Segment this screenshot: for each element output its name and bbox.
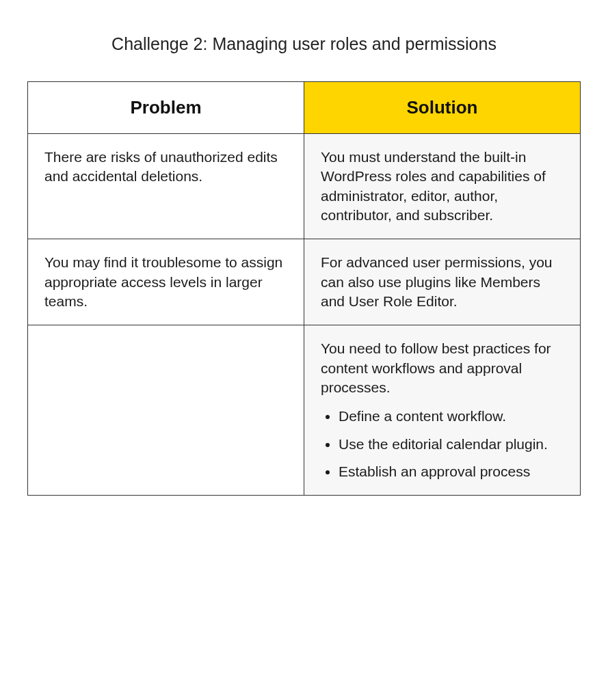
solution-intro: You need to follow best practices for co… (321, 339, 564, 397)
problem-cell: There are risks of unauthorized edits an… (28, 134, 304, 239)
solution-cell: You must understand the built-in WordPre… (304, 134, 581, 239)
list-item: Define a content workflow. (339, 407, 564, 426)
list-item: Use the editorial calendar plugin. (339, 435, 564, 454)
solution-cell: For advanced user permissions, you can a… (304, 239, 581, 325)
list-item: Establish an approval process (339, 462, 564, 481)
problem-cell: You may find it troublesome to assign ap… (28, 239, 304, 325)
page-title: Challenge 2: Managing user roles and per… (27, 34, 581, 54)
header-problem: Problem (28, 82, 304, 134)
solution-cell: You need to follow best practices for co… (304, 325, 581, 496)
table-row: You need to follow best practices for co… (28, 325, 581, 496)
problem-cell (28, 325, 304, 496)
solution-bullet-list: Define a content workflow. Use the edito… (321, 407, 564, 481)
problem-solution-table: Problem Solution There are risks of unau… (27, 81, 581, 496)
header-solution: Solution (304, 82, 581, 134)
table-row: You may find it troublesome to assign ap… (28, 239, 581, 325)
table-header-row: Problem Solution (28, 82, 581, 134)
table-row: There are risks of unauthorized edits an… (28, 134, 581, 239)
